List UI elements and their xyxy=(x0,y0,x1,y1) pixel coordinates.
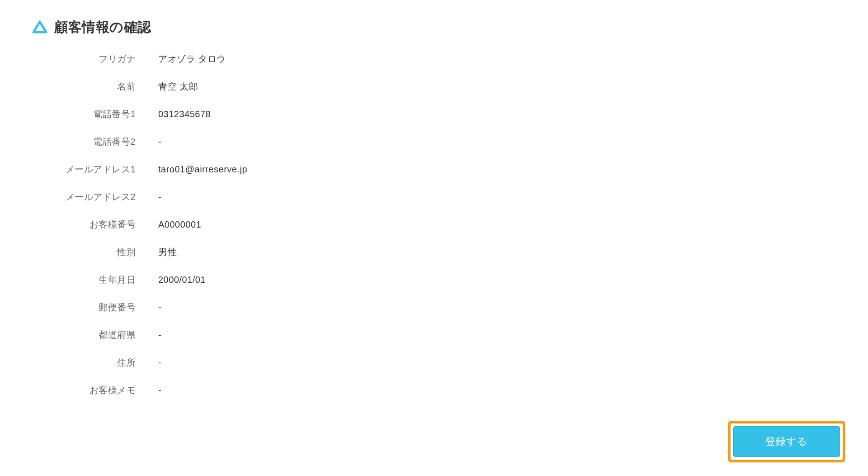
value-gender: 男性 xyxy=(158,246,177,258)
row-phone1: 電話番号1 0312345678 xyxy=(32,108,868,120)
label-phone1: 電話番号1 xyxy=(32,108,158,120)
footer-actions: 登録する xyxy=(728,421,845,462)
triangle-icon xyxy=(32,19,48,36)
label-furigana: フリガナ xyxy=(32,53,158,65)
value-name: 青空 太郎 xyxy=(158,81,198,93)
page-header: 顧客情報の確認 xyxy=(0,0,868,37)
row-gender: 性別 男性 xyxy=(32,246,868,258)
value-email2: - xyxy=(158,192,161,202)
value-furigana: アオゾラ タロウ xyxy=(158,53,226,65)
value-phone2: - xyxy=(158,137,161,147)
value-phone1: 0312345678 xyxy=(158,109,211,119)
label-birthdate: 生年月日 xyxy=(32,274,158,286)
label-phone2: 電話番号2 xyxy=(32,136,158,148)
value-prefecture: - xyxy=(158,330,161,340)
value-customer-memo: - xyxy=(158,385,161,395)
row-prefecture: 都道府県 - xyxy=(32,329,868,341)
page-title: 顧客情報の確認 xyxy=(54,18,151,37)
label-gender: 性別 xyxy=(32,246,158,258)
label-address: 住所 xyxy=(32,357,158,369)
label-customer-memo: お客様メモ xyxy=(32,384,158,396)
row-customer-number: お客様番号 A0000001 xyxy=(32,219,868,231)
label-name: 名前 xyxy=(32,81,158,93)
label-email1: メールアドレス1 xyxy=(32,163,158,176)
value-email1: taro01@airreserve.jp xyxy=(158,164,247,175)
row-customer-memo: お客様メモ - xyxy=(32,384,868,396)
row-postal-code: 郵便番号 - xyxy=(32,301,868,314)
value-address: - xyxy=(158,357,161,368)
row-email1: メールアドレス1 taro01@airreserve.jp xyxy=(32,163,868,176)
row-name: 名前 青空 太郎 xyxy=(32,81,868,93)
value-customer-number: A0000001 xyxy=(158,219,201,230)
row-birthdate: 生年月日 2000/01/01 xyxy=(32,274,868,286)
customer-info-table: フリガナ アオゾラ タロウ 名前 青空 太郎 電話番号1 0312345678 … xyxy=(32,53,868,396)
label-customer-number: お客様番号 xyxy=(32,219,158,231)
label-prefecture: 都道府県 xyxy=(32,329,158,341)
row-address: 住所 - xyxy=(32,357,868,369)
label-postal-code: 郵便番号 xyxy=(32,301,158,314)
register-highlight: 登録する xyxy=(728,421,845,462)
row-email2: メールアドレス2 - xyxy=(32,191,868,203)
row-phone2: 電話番号2 - xyxy=(32,136,868,148)
register-button[interactable]: 登録する xyxy=(733,426,840,457)
row-furigana: フリガナ アオゾラ タロウ xyxy=(32,53,868,65)
value-postal-code: - xyxy=(158,302,161,313)
label-email2: メールアドレス2 xyxy=(32,191,158,203)
value-birthdate: 2000/01/01 xyxy=(158,275,206,285)
